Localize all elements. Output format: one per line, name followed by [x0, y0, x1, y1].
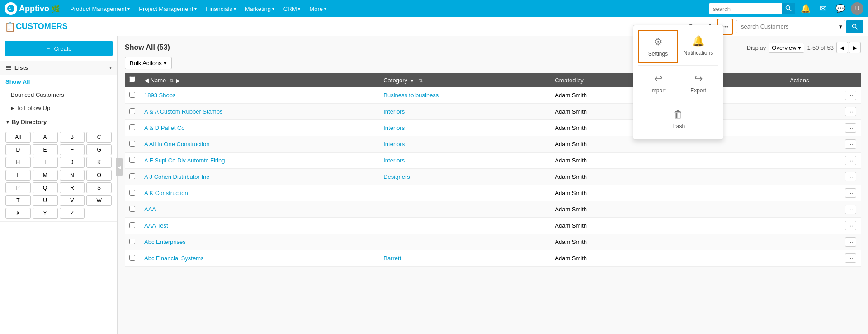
lists-header[interactable]: Lists ▾: [0, 61, 117, 75]
select-all-checkbox[interactable]: [129, 76, 135, 82]
customer-name-link[interactable]: Abc Enterprises: [144, 239, 186, 245]
prev-page-button[interactable]: ◀: [836, 42, 848, 53]
alpha-o[interactable]: O: [86, 170, 112, 181]
logo[interactable]: A Apptivo 🌿: [5, 2, 60, 15]
create-button[interactable]: ＋ Create: [5, 41, 113, 56]
customer-name-link[interactable]: Abc Financial Systems: [144, 255, 204, 262]
nav-financials[interactable]: Financials ▾: [202, 4, 240, 14]
alpha-c[interactable]: C: [86, 132, 112, 143]
import-menu-item[interactable]: ↩ Import: [638, 67, 678, 99]
chat-icon[interactable]: 💬: [832, 4, 849, 14]
customer-name-link[interactable]: A K Construction: [144, 190, 188, 196]
customer-name-link[interactable]: AAA Test: [144, 222, 168, 229]
col-category[interactable]: Category ▼ ⇅: [379, 73, 550, 87]
alpha-s[interactable]: S: [86, 182, 112, 193]
alpha-g[interactable]: G: [86, 144, 112, 155]
category-link[interactable]: Barrett: [383, 255, 401, 262]
row-actions-button[interactable]: ···: [845, 172, 856, 181]
alpha-q[interactable]: Q: [33, 182, 58, 193]
sidebar-item-to-follow[interactable]: ▶ To Follow Up: [0, 101, 117, 115]
alpha-v[interactable]: V: [60, 195, 85, 206]
export-menu-item[interactable]: ↪ Export: [678, 67, 718, 99]
alpha-x[interactable]: X: [5, 208, 31, 219]
customer-name-link[interactable]: A & A Custom Rubber Stamps: [144, 108, 222, 115]
row-actions-button[interactable]: ···: [845, 139, 856, 149]
alpha-p[interactable]: P: [5, 182, 31, 193]
row-checkbox[interactable]: [129, 173, 135, 179]
alpha-f[interactable]: F: [60, 144, 85, 155]
row-actions-button[interactable]: ···: [845, 253, 856, 263]
row-actions-button[interactable]: ···: [845, 123, 856, 133]
alpha-a[interactable]: A: [33, 132, 58, 143]
category-link[interactable]: Business to business: [383, 92, 439, 99]
category-link[interactable]: Interiors: [383, 141, 405, 148]
nav-product-management[interactable]: Product Management ▾: [66, 4, 133, 14]
display-select[interactable]: Overview ▾: [769, 43, 804, 53]
settings-menu-item[interactable]: ⚙ Settings: [638, 30, 678, 63]
notifications-menu-item[interactable]: 🔔 Notifications: [678, 30, 718, 63]
alpha-z[interactable]: Z: [60, 208, 85, 219]
row-checkbox[interactable]: [129, 108, 135, 114]
alpha-all[interactable]: All: [5, 132, 31, 143]
row-actions-button[interactable]: ···: [845, 91, 856, 100]
alpha-w[interactable]: W: [86, 195, 112, 206]
nav-marketing[interactable]: Marketing ▾: [241, 4, 278, 14]
alpha-n[interactable]: N: [60, 170, 85, 181]
customer-name-link[interactable]: A F Supl Co Div Automtc Firing: [144, 157, 225, 164]
sidebar-item-show-all[interactable]: Show All: [0, 75, 117, 88]
messages-icon[interactable]: ✉: [816, 4, 830, 14]
directory-header[interactable]: ▼ By Directory: [0, 115, 117, 129]
nav-crm[interactable]: CRM ▾: [280, 4, 304, 14]
row-actions-button[interactable]: ···: [845, 188, 856, 198]
row-checkbox[interactable]: [129, 157, 135, 163]
global-search-input[interactable]: [709, 5, 782, 12]
row-actions-button[interactable]: ···: [845, 221, 856, 230]
sidebar-collapse-handle[interactable]: ◀: [116, 158, 123, 176]
category-link[interactable]: Interiors: [383, 108, 405, 115]
alpha-l[interactable]: L: [5, 170, 31, 181]
customer-name-link[interactable]: AAA: [144, 206, 156, 213]
alpha-k[interactable]: K: [86, 157, 112, 168]
alpha-m[interactable]: M: [33, 170, 58, 181]
global-search-button[interactable]: [782, 3, 795, 14]
row-actions-button[interactable]: ···: [845, 237, 856, 247]
alpha-y[interactable]: Y: [33, 208, 58, 219]
customer-name-link[interactable]: A & D Pallet Co: [144, 124, 185, 131]
row-actions-button[interactable]: ···: [845, 205, 856, 214]
nav-project-management[interactable]: Project Management ▾: [135, 4, 200, 14]
row-checkbox[interactable]: [129, 239, 135, 244]
customer-name-link[interactable]: A J Cohen Distributor Inc: [144, 173, 209, 180]
next-page-button[interactable]: ▶: [849, 42, 861, 53]
sidebar-item-bounced[interactable]: Bounced Customers: [0, 88, 117, 101]
alpha-r[interactable]: R: [60, 182, 85, 193]
trash-menu-item[interactable]: 🗑 Trash: [658, 103, 698, 135]
row-actions-button[interactable]: ···: [845, 156, 856, 165]
row-actions-button[interactable]: ···: [845, 107, 856, 116]
col-name[interactable]: ◀ Name ⇅ ▶: [140, 73, 379, 87]
alpha-h[interactable]: H: [5, 157, 31, 168]
customers-search-button[interactable]: [846, 20, 863, 33]
row-checkbox[interactable]: [129, 92, 135, 98]
category-link[interactable]: Interiors: [383, 124, 405, 131]
alpha-b[interactable]: B: [60, 132, 85, 143]
customers-search-input[interactable]: [736, 23, 836, 30]
row-checkbox[interactable]: [129, 206, 135, 212]
row-checkbox[interactable]: [129, 141, 135, 147]
notifications-icon[interactable]: 🔔: [797, 4, 814, 14]
alpha-j[interactable]: J: [60, 157, 85, 168]
alpha-e[interactable]: E: [33, 144, 58, 155]
nav-more[interactable]: More ▾: [306, 4, 330, 14]
customer-name-link[interactable]: A All In One Construction: [144, 141, 210, 148]
alpha-u[interactable]: U: [33, 195, 58, 206]
row-checkbox[interactable]: [129, 222, 135, 228]
bulk-actions-button[interactable]: Bulk Actions ▾: [125, 57, 172, 69]
category-link[interactable]: Designers: [383, 173, 410, 180]
alpha-t[interactable]: T: [5, 195, 31, 206]
alpha-d[interactable]: D: [5, 144, 31, 155]
row-checkbox[interactable]: [129, 124, 135, 130]
user-avatar[interactable]: U: [851, 2, 863, 15]
alpha-i[interactable]: I: [33, 157, 58, 168]
row-checkbox[interactable]: [129, 190, 135, 196]
category-link[interactable]: Interiors: [383, 157, 405, 164]
search-dropdown-button[interactable]: ▾: [836, 20, 845, 33]
